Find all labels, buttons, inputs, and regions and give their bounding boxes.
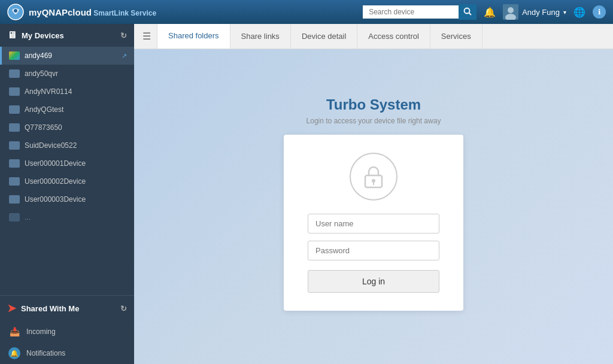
main-layout: 🖥 My Devices ↻ andy469 ↗ andy50qvr AndyN… — [0, 24, 613, 364]
device-icon — [9, 159, 20, 168]
device-icon — [9, 195, 20, 204]
logo-area: myQNAPcloud SmartLink Service — [7, 4, 363, 20]
shared-with-me-header[interactable]: ➤ Shared With Me ↻ — [0, 295, 134, 321]
svg-point-1 — [14, 9, 17, 13]
my-devices-icon: 🖥 — [7, 30, 17, 41]
device-item[interactable]: andy469 ↗ — [0, 47, 134, 65]
incoming-icon: 📥 — [8, 326, 20, 338]
search-input[interactable] — [363, 5, 459, 19]
device-icon — [9, 123, 20, 132]
svg-point-8 — [372, 179, 375, 183]
device-item[interactable]: AndyQGtest — [0, 101, 134, 119]
sidebar-item-incoming[interactable]: 📥 Incoming — [0, 321, 134, 342]
login-subtitle: Login to access your device file right a… — [284, 117, 463, 125]
user-dropdown-icon[interactable]: ▾ — [563, 9, 566, 16]
external-link-icon[interactable]: ↗ — [122, 52, 127, 60]
device-name: andy469 — [25, 51, 117, 60]
device-item[interactable]: SuidDevice0522 — [0, 136, 134, 154]
device-name: User000002Device — [25, 177, 127, 186]
notifications-icon: 🔔 — [8, 347, 20, 359]
my-devices-header: 🖥 My Devices ↻ — [0, 24, 134, 47]
shared-with-me-icon: ➤ — [7, 302, 16, 315]
device-icon — [9, 177, 20, 186]
device-item[interactable]: User000003Device — [0, 190, 134, 208]
svg-point-5 — [508, 7, 514, 13]
shared-with-me-label: Shared With Me — [21, 304, 79, 313]
device-icon — [9, 87, 20, 96]
device-icon — [9, 213, 20, 222]
device-item[interactable]: ... — [0, 208, 134, 226]
svg-point-2 — [465, 8, 470, 13]
login-panel: Log in — [284, 135, 463, 311]
header: myQNAPcloud SmartLink Service 🔔 Andy — [0, 0, 613, 24]
device-name: AndyQGtest — [25, 105, 127, 114]
device-item[interactable]: AndyNVR0114 — [0, 83, 134, 101]
tab-services[interactable]: Services — [430, 24, 482, 48]
tab-shared-folders[interactable]: Shared folders — [157, 24, 230, 48]
device-name: andy50qvr — [25, 69, 127, 78]
header-right: 🔔 Andy Fung ▾ 🌐 ℹ — [363, 4, 606, 20]
device-item[interactable]: User000002Device — [0, 172, 134, 190]
svg-line-3 — [469, 13, 472, 15]
lock-icon-container — [350, 153, 397, 201]
notifications-label: Notifications — [26, 349, 65, 357]
device-icon — [9, 105, 20, 114]
device-name: User000001Device — [25, 159, 127, 168]
tab-share-links[interactable]: Share links — [230, 24, 291, 48]
search-icon — [463, 7, 472, 16]
logo-text: myQNAPcloud SmartLink Service — [29, 7, 156, 17]
device-name: ... — [25, 213, 127, 222]
login-title: Turbo System — [284, 96, 463, 113]
avatar — [503, 4, 518, 20]
password-input[interactable] — [308, 241, 439, 260]
tabs-menu-button[interactable]: ☰ — [136, 24, 157, 48]
device-name: AndyNVR0114 — [25, 87, 127, 96]
my-devices-refresh-icon[interactable]: ↻ — [120, 31, 127, 40]
shared-refresh-icon[interactable]: ↻ — [120, 304, 127, 313]
login-button[interactable]: Log in — [308, 270, 439, 293]
sidebar-item-notifications[interactable]: 🔔 Notifications — [0, 342, 134, 364]
globe-icon[interactable]: 🌐 — [571, 4, 588, 20]
avatar-image — [503, 4, 518, 20]
tab-access-control[interactable]: Access control — [357, 24, 430, 48]
username-input[interactable] — [308, 214, 439, 233]
content-area: ☰ Shared folders Share links Device deta… — [134, 24, 613, 364]
device-icon — [9, 69, 20, 78]
sidebar: 🖥 My Devices ↻ andy469 ↗ andy50qvr AndyN… — [0, 24, 134, 364]
device-name: User000003Device — [25, 195, 127, 204]
user-name: Andy Fung — [522, 8, 560, 17]
logo-icon — [7, 4, 24, 20]
notifications-bell-icon[interactable]: 🔔 — [481, 4, 498, 20]
search-bar — [363, 4, 477, 20]
lock-icon — [360, 163, 387, 190]
device-list: andy469 ↗ andy50qvr AndyNVR0114 AndyQGte… — [0, 47, 134, 295]
device-item[interactable]: andy50qvr — [0, 65, 134, 83]
device-name: Q77873650 — [25, 123, 127, 132]
device-item[interactable]: User000001Device — [0, 154, 134, 172]
incoming-label: Incoming — [26, 327, 56, 336]
tabs-bar: ☰ Shared folders Share links Device deta… — [134, 24, 613, 49]
user-area[interactable]: Andy Fung ▾ — [503, 4, 566, 20]
device-icon — [9, 141, 20, 150]
device-icon — [9, 51, 20, 60]
tab-device-detail[interactable]: Device detail — [291, 24, 357, 48]
device-name: SuidDevice0522 — [25, 141, 127, 150]
login-area: Turbo System Login to access your device… — [134, 49, 613, 364]
device-item[interactable]: Q77873650 — [0, 119, 134, 136]
my-devices-label: My Devices — [22, 31, 64, 40]
info-icon[interactable]: ℹ — [593, 5, 606, 19]
search-button[interactable] — [459, 4, 477, 20]
